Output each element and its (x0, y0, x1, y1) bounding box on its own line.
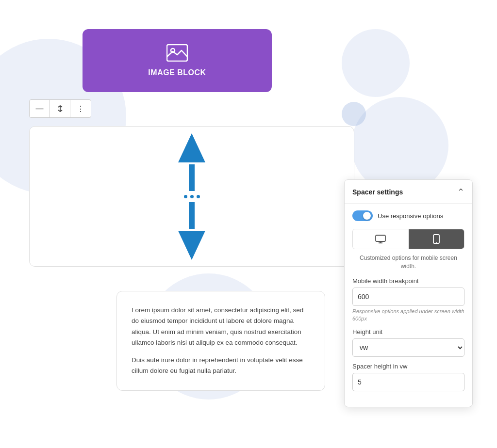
spacer-arrow (178, 133, 205, 260)
image-block: IMAGE BLOCK (83, 29, 272, 92)
main-content: IMAGE BLOCK — ⋮ Lorem ipsum (19, 15, 478, 433)
toggle-label: Use responsive options (378, 212, 443, 220)
collapse-button[interactable]: ⌃ (457, 187, 464, 197)
arrow-up (178, 133, 205, 162)
reorder-button[interactable] (50, 100, 70, 117)
settings-header: Spacer settings ⌃ (345, 180, 472, 204)
toggle-thumb (363, 212, 371, 220)
spacer-height-label: Spacer height in vw (352, 363, 464, 370)
spacer-height-field-group: Spacer height in vw (352, 363, 464, 391)
height-unit-label: Height unit (352, 328, 464, 336)
breakpoint-hint: Responsive options applied under screen … (352, 308, 464, 323)
text-block: Lorem ipsum dolor sit amet, consectetur … (116, 291, 325, 391)
block-toolbar: — ⋮ (29, 99, 91, 118)
responsive-toggle-row: Use responsive options (352, 210, 464, 221)
device-description: Customized options for mobile screen wid… (352, 254, 464, 271)
dot (190, 195, 194, 198)
arrow-dots (184, 195, 200, 198)
settings-body: Use responsive options (345, 204, 472, 391)
paragraph-1: Lorem ipsum dolor sit amet, consectetur … (132, 305, 310, 348)
device-tabs (352, 229, 464, 249)
arrow-stem-top (189, 164, 195, 191)
spacer-height-input[interactable] (352, 373, 464, 391)
more-options-button[interactable]: ⋮ (70, 100, 91, 117)
mobile-tab[interactable] (409, 229, 464, 249)
dot (184, 195, 187, 198)
responsive-toggle[interactable] (352, 210, 373, 221)
settings-panel: Spacer settings ⌃ Use responsive options (344, 179, 473, 407)
breakpoint-field-group: Mobile width breakpoint Responsive optio… (352, 277, 464, 323)
height-unit-field-group: Height unit px em rem vw vh % (352, 328, 464, 357)
image-block-label: IMAGE BLOCK (148, 68, 206, 77)
settings-title: Spacer settings (352, 188, 403, 196)
paragraph-2: Duis aute irure dolor in reprehenderit i… (132, 355, 310, 377)
svg-point-6 (436, 242, 437, 243)
image-icon (166, 44, 188, 64)
breakpoint-label: Mobile width breakpoint (352, 277, 464, 285)
svg-rect-2 (376, 235, 385, 241)
height-unit-select[interactable]: px em rem vw vh % (352, 338, 464, 357)
minus-button[interactable]: — (30, 100, 50, 117)
arrow-stem-bottom (189, 202, 195, 229)
spacer-block (29, 126, 354, 267)
desktop-tab[interactable] (353, 229, 409, 249)
arrow-down (178, 231, 205, 260)
breakpoint-input[interactable] (352, 288, 464, 306)
dot (197, 195, 200, 198)
